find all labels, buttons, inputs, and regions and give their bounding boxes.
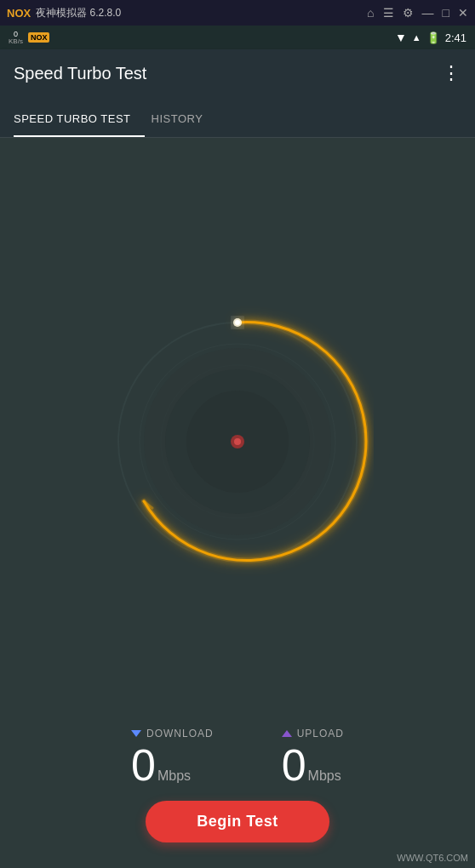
nox-badge: NOX [28, 32, 50, 43]
app-container: NOX 夜神模拟器 6.2.8.0 ⌂ ☰ ⚙ — □ ✕ 0 KB/s NOX… [0, 0, 475, 868]
status-right: ▼ ▲ 🔋 2:41 [395, 31, 466, 44]
download-metric: DOWNLOAD 0 Mbps [131, 728, 214, 787]
more-menu-icon[interactable]: ⋮ [442, 62, 461, 84]
gauge-svg [101, 306, 374, 578]
minimize-icon[interactable]: — [422, 6, 434, 20]
download-label: DOWNLOAD [146, 728, 214, 740]
upload-arrow-icon [282, 730, 292, 737]
download-value-row: 0 Mbps [131, 743, 191, 787]
wifi-icon: ▼ [395, 31, 407, 44]
menu-icon[interactable]: ☰ [383, 6, 394, 20]
download-header: DOWNLOAD [131, 728, 214, 740]
title-bar-title: 夜神模拟器 6.2.8.0 [36, 6, 121, 20]
close-icon[interactable]: ✕ [458, 6, 468, 20]
signal-icon: ▲ [412, 32, 421, 43]
tab-speed-turbo[interactable]: SPEED TURBO TEST [14, 102, 145, 137]
title-bar-left: NOX 夜神模拟器 6.2.8.0 [7, 6, 121, 20]
status-bar: 0 KB/s NOX ▼ ▲ 🔋 2:41 [0, 26, 475, 49]
upload-unit: Mbps [308, 768, 341, 784]
tabs: SPEED TURBO TEST HISTORY [0, 97, 475, 138]
settings-icon[interactable]: ⚙ [403, 6, 414, 20]
download-arrow-icon [131, 730, 141, 737]
metrics-row: DOWNLOAD 0 Mbps UPLOAD 0 Mbps [0, 728, 475, 787]
upload-header: UPLOAD [282, 728, 344, 740]
download-value: 0 [131, 743, 156, 787]
app-header: Speed Turbo Test ⋮ [0, 49, 475, 97]
app-title: Speed Turbo Test [14, 64, 146, 83]
status-left: 0 KB/s NOX [9, 31, 49, 45]
upload-label: UPLOAD [297, 728, 344, 740]
tab-history[interactable]: HISTORY [152, 102, 217, 137]
watermark: WWW.QT6.COM [397, 853, 468, 863]
maximize-icon[interactable]: □ [443, 6, 449, 20]
svg-point-9 [235, 320, 240, 325]
upload-metric: UPLOAD 0 Mbps [282, 728, 344, 787]
main-content: DOWNLOAD 0 Mbps UPLOAD 0 Mbps Be [0, 138, 475, 868]
download-unit: Mbps [157, 768, 191, 784]
begin-test-button[interactable]: Begin Test [146, 801, 329, 842]
home-icon[interactable]: ⌂ [367, 6, 374, 20]
gauge-wrapper [101, 306, 374, 578]
kb-indicator: 0 KB/s [9, 31, 23, 45]
nox-logo: NOX [7, 7, 31, 20]
upload-value: 0 [282, 743, 306, 787]
time-text: 2:41 [445, 31, 466, 44]
svg-point-7 [234, 438, 241, 445]
gauge-container [0, 155, 475, 728]
kb-label: KB/s [9, 38, 23, 45]
upload-value-row: 0 Mbps [282, 743, 341, 787]
battery-icon: 🔋 [426, 31, 440, 44]
title-bar: NOX 夜神模拟器 6.2.8.0 ⌂ ☰ ⚙ — □ ✕ [0, 0, 475, 26]
title-bar-controls: ⌂ ☰ ⚙ — □ ✕ [367, 6, 468, 20]
